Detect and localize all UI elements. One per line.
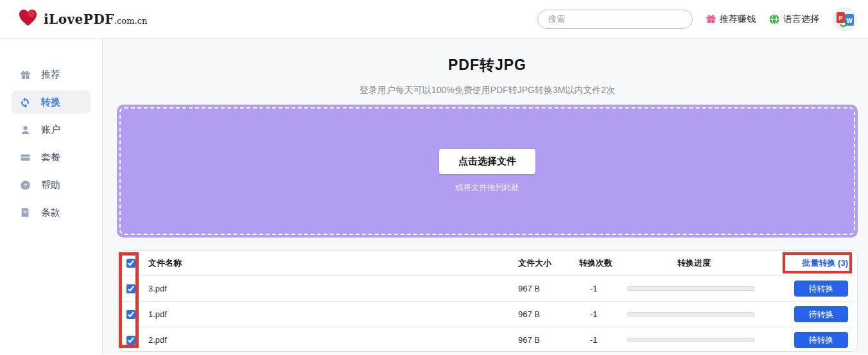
sidebar-item-account[interactable]: 账户 (12, 118, 91, 141)
select-all-checkbox-cell (117, 259, 148, 268)
file-dropzone[interactable]: 点击选择文件 或将文件拖到此处 (117, 105, 858, 238)
column-header-name: 文件名称 (148, 257, 518, 269)
svg-text:P: P (838, 15, 842, 21)
file-table: 文件名称 文件大小 转换次数 转换进度 批量转换 (3) 3.pdf 967 B… (117, 250, 858, 352)
row-checkbox-cell (117, 310, 148, 319)
sidebar-item-label: 套餐 (41, 152, 60, 164)
row-checkbox[interactable] (126, 336, 135, 345)
table-header-row: 文件名称 文件大小 转换次数 转换进度 批量转换 (3) (117, 251, 857, 275)
heart-icon (18, 8, 38, 30)
globe-icon (768, 13, 780, 25)
brand-suffix: .com.cn (114, 16, 147, 26)
action-cell: 待转换 (761, 281, 857, 297)
referral-label: 推荐赚钱 (720, 13, 756, 25)
language-label: 语言选择 (783, 13, 819, 25)
sidebar-item-label: 帮助 (41, 179, 60, 191)
progress-bar (627, 338, 755, 342)
action-cell: 待转换 (761, 332, 857, 348)
sidebar-item-label: 转换 (41, 96, 60, 108)
svg-text:?: ? (23, 182, 27, 188)
brand-logo[interactable]: iLovePDF.com.cn (18, 8, 147, 30)
file-size: 967 B (518, 284, 579, 293)
sidebar-item-label: 条款 (41, 207, 60, 219)
table-row: 1.pdf 967 B -1 待转换 (117, 301, 857, 327)
header-right: 推荐赚钱 语言选择 P W (537, 6, 858, 32)
page-subtitle: 登录用户每天可以100%免费使用PDF转JPG转换3M以内文件2次 (117, 85, 858, 96)
select-all-checkbox[interactable] (126, 259, 135, 268)
convert-status-button[interactable]: 待转换 (794, 281, 848, 297)
table-row: 3.pdf 967 B -1 待转换 (117, 275, 857, 301)
column-header-size: 文件大小 (518, 257, 579, 269)
gift-icon (706, 13, 716, 24)
progress-bar (627, 286, 755, 291)
sidebar-item-label: 账户 (41, 124, 60, 136)
user-icon (19, 124, 31, 135)
convert-status-button[interactable]: 待转换 (794, 306, 848, 322)
convert-count: -1 (579, 309, 627, 319)
sidebar-item-recommend[interactable]: 推荐 (12, 63, 91, 86)
row-checkbox-cell (117, 284, 148, 293)
main-content: PDF转JPG 登录用户每天可以100%免费使用PDF转JPG转换3M以内文件2… (103, 39, 868, 354)
gift-icon (19, 69, 31, 80)
batch-convert-link[interactable]: 批量转换 (3) (803, 257, 849, 269)
brand-name: iLovePDF (44, 12, 114, 27)
convert-count: -1 (579, 284, 627, 293)
page-title: PDF转JPG (117, 55, 858, 75)
terms-book-icon (19, 207, 31, 218)
sidebar-item-plans[interactable]: 套餐 (12, 146, 91, 169)
sidebar: 推荐 转换 账户 (0, 39, 103, 354)
file-name: 2.pdf (148, 335, 518, 345)
referral-link[interactable]: 推荐赚钱 (706, 13, 756, 25)
select-files-button[interactable]: 点击选择文件 (439, 149, 535, 174)
file-name: 1.pdf (148, 309, 518, 319)
row-checkbox-cell (117, 336, 148, 345)
progress-cell (627, 312, 761, 316)
search-input[interactable] (537, 10, 693, 29)
sidebar-item-terms[interactable]: 条款 (12, 201, 91, 224)
table-row: 2.pdf 967 B -1 待转换 (117, 327, 857, 352)
progress-bar (627, 312, 755, 316)
header: iLovePDF.com.cn 推荐赚钱 (0, 0, 868, 39)
column-header-count: 转换次数 (579, 257, 627, 269)
progress-cell (627, 338, 761, 342)
help-circle-icon: ? (19, 179, 31, 191)
svg-text:W: W (846, 17, 853, 24)
convert-arrows-icon (19, 96, 31, 108)
sidebar-item-help[interactable]: ? 帮助 (12, 173, 91, 196)
progress-cell (627, 286, 761, 291)
convert-count: -1 (579, 335, 627, 345)
file-size: 967 B (518, 335, 579, 345)
dropzone-hint: 或将文件拖到此处 (455, 182, 519, 193)
action-cell: 待转换 (761, 306, 857, 322)
row-checkbox[interactable] (126, 284, 135, 293)
convert-status-button[interactable]: 待转换 (794, 332, 848, 348)
sidebar-item-convert[interactable]: 转换 (12, 91, 91, 114)
language-link[interactable]: 语言选择 (768, 13, 819, 25)
credit-card-icon (19, 152, 31, 163)
pdf-to-word-icon[interactable]: P W (832, 6, 858, 32)
row-checkbox[interactable] (126, 310, 135, 319)
column-header-progress: 转换进度 (627, 257, 761, 269)
sidebar-item-label: 推荐 (41, 69, 60, 81)
file-size: 967 B (518, 309, 579, 319)
batch-convert-cell: 批量转换 (3) (761, 257, 857, 269)
file-name: 3.pdf (148, 284, 518, 293)
